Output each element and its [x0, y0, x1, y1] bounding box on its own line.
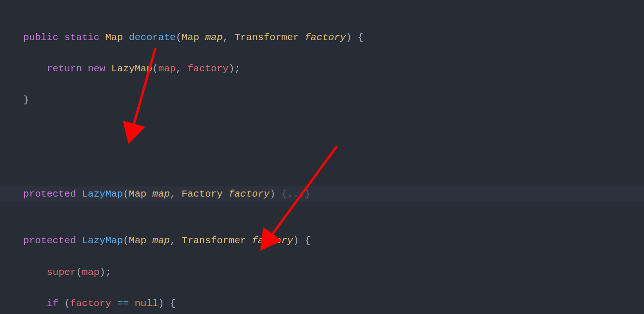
arg: map: [82, 267, 100, 278]
brace: {: [305, 235, 311, 246]
code-line: }: [23, 92, 644, 108]
brace: {: [170, 298, 176, 309]
param-name: map: [152, 235, 170, 246]
paren: ): [228, 63, 235, 74]
keyword-new: new: [88, 63, 106, 74]
indent-guide: [23, 298, 47, 309]
indent-guide: [23, 267, 47, 278]
null-literal: null: [135, 298, 158, 309]
super-call: super: [47, 267, 76, 278]
param-type: Transformer: [181, 235, 246, 246]
param-name: map: [205, 32, 223, 43]
paren: (: [176, 32, 182, 43]
var-ref: factory: [70, 298, 111, 309]
paren: ): [346, 32, 357, 43]
param-type: Map: [129, 235, 147, 246]
ctor-name: LazyMap: [82, 189, 123, 199]
arg: factory: [188, 63, 228, 74]
code-line: protected LazyMap(Map map, Transformer f…: [23, 233, 644, 249]
paren: (: [76, 267, 82, 278]
code-line: return new LazyMap(map, factory);: [23, 61, 644, 77]
code-fold-indicator[interactable]: {...}: [282, 189, 311, 199]
param-name: factory: [252, 235, 293, 246]
class-ref: LazyMap: [111, 63, 152, 74]
paren: (: [123, 189, 129, 199]
blank-line: [23, 155, 644, 171]
keyword-static: static: [64, 32, 100, 43]
blank-line: [23, 123, 644, 139]
param-name: factory: [228, 189, 269, 199]
paren: (: [64, 298, 70, 309]
brace: }: [23, 95, 29, 105]
semi: ;: [105, 267, 111, 278]
blank-line: [23, 202, 644, 218]
indent-guide: [23, 63, 47, 74]
code-line: public static Map decorate(Map map, Tran…: [23, 30, 644, 46]
comma: ,: [170, 189, 181, 199]
param-type: Map: [129, 189, 147, 199]
paren: ): [100, 267, 106, 278]
param-name: factory: [305, 32, 346, 43]
paren: ): [269, 189, 281, 199]
arg: map: [158, 63, 176, 74]
comma: ,: [170, 235, 181, 246]
semi: ;: [235, 63, 241, 74]
param-name: map: [152, 189, 170, 199]
keyword-protected: protected: [23, 189, 76, 199]
keyword-if: if: [47, 298, 58, 309]
paren: ): [293, 235, 305, 246]
param-type: Factory: [181, 189, 222, 199]
keyword-protected: protected: [23, 235, 76, 246]
comma: ,: [176, 63, 188, 74]
param-type: Map: [181, 32, 199, 43]
keyword-return: return: [47, 63, 82, 74]
return-type: Map: [105, 32, 123, 43]
operator: ==: [117, 298, 129, 309]
code-line-highlighted: protected LazyMap(Map map, Factory facto…: [0, 186, 644, 202]
comma: ,: [223, 32, 235, 43]
paren: (: [123, 235, 129, 246]
param-type: Transformer: [235, 32, 299, 43]
paren: (: [152, 63, 158, 74]
code-line: super(map);: [23, 265, 644, 280]
ctor-name: LazyMap: [82, 235, 123, 246]
method-name: decorate: [129, 32, 176, 43]
keyword-public: public: [23, 32, 59, 43]
code-editor[interactable]: public static Map decorate(Map map, Tran…: [23, 14, 644, 314]
brace: {: [357, 32, 363, 43]
paren: ): [158, 298, 170, 309]
code-line: if (factory == null) {: [23, 296, 644, 312]
